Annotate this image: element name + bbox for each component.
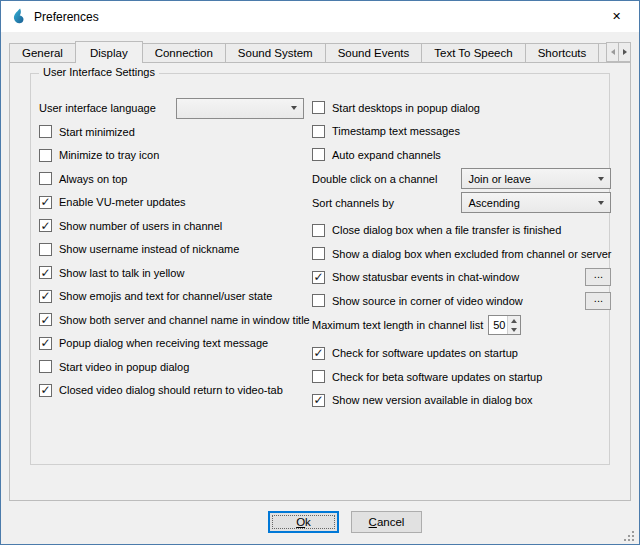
scroll-right-icon [623, 49, 627, 55]
checkbox-row[interactable]: ✓Show last to talk in yellow [39, 261, 304, 285]
statusbar-events-more-button[interactable]: ... [585, 268, 611, 286]
checkbox[interactable] [39, 360, 52, 373]
checkbox[interactable]: ✓ [39, 290, 52, 303]
sort-channels-dropdown[interactable]: Ascending [461, 192, 611, 213]
spinner-value: 50 [489, 316, 507, 334]
tab-shortcuts[interactable]: Shortcuts [525, 43, 600, 63]
max-text-length-label: Maximum text length in channel list [312, 319, 483, 331]
checkbox-row[interactable]: Check for beta software updates on start… [312, 365, 611, 389]
language-dropdown[interactable] [176, 98, 304, 119]
language-label: User interface language [39, 102, 156, 114]
checkbox[interactable]: ✓ [39, 196, 52, 209]
checkbox[interactable] [312, 370, 325, 383]
preferences-dialog: Preferences ✕ GeneralDisplayConnectionSo… [0, 0, 640, 545]
tab-general[interactable]: General [9, 43, 76, 63]
checkbox[interactable] [39, 172, 52, 185]
checkbox[interactable]: ✓ [312, 394, 325, 407]
ok-button[interactable]: Ok [268, 511, 339, 533]
checkbox-row[interactable]: ✓Show emojis and text for channel/user s… [39, 285, 304, 309]
checkbox[interactable] [39, 243, 52, 256]
checkbox-row[interactable]: ✓Show both server and channel name in wi… [39, 308, 304, 332]
checkbox[interactable]: ✓ [39, 219, 52, 232]
checkbox-label: Show number of users in channel [59, 220, 222, 232]
scroll-left-icon [611, 49, 615, 55]
checkbox-row[interactable]: ✓Enable VU-meter updates [39, 191, 304, 215]
close-button[interactable]: ✕ [594, 1, 639, 32]
checkbox-label: Show statusbar events in chat-window [332, 271, 519, 283]
checkbox[interactable]: ✓ [312, 271, 325, 284]
checkbox-row[interactable]: Show username instead of nickname [39, 238, 304, 262]
checkbox[interactable]: ✓ [39, 384, 52, 397]
checkbox-row[interactable]: ✓Closed video dialog should return to vi… [39, 379, 304, 403]
checkbox-label: Start minimized [59, 126, 135, 138]
spinner-down-button[interactable] [508, 325, 520, 334]
checkbox-row[interactable]: Timestamp text messages [312, 120, 611, 144]
checkbox[interactable] [312, 148, 325, 161]
right-bottom-checkbox-list: ✓Check for software updates on startupCh… [312, 342, 611, 413]
checkbox-row[interactable]: Minimize to tray icon [39, 144, 304, 168]
checkbox[interactable]: ✓ [39, 337, 52, 350]
checkbox-row[interactable]: Show a dialog box when excluded from cha… [312, 242, 611, 266]
double-click-dropdown[interactable]: Join or leave [461, 168, 611, 189]
left-settings-column: User interface language Start minimizedM… [39, 96, 304, 412]
group-title: User Interface Settings [39, 66, 159, 78]
checkbox-label: Start video in popup dialog [59, 361, 189, 373]
tab-scroll-right-button[interactable] [618, 42, 631, 62]
max-text-length-row: Maximum text length in channel list 50 [312, 313, 611, 338]
arrow-up-icon [511, 319, 517, 323]
checkbox-row[interactable]: Start minimized [39, 120, 304, 144]
checkbox-label: Show new version available in dialog box [332, 394, 533, 406]
checkbox[interactable]: ✓ [39, 313, 52, 326]
tab-connection[interactable]: Connection [142, 43, 226, 63]
titlebar[interactable]: Preferences ✕ [1, 1, 639, 32]
checkbox-label: Close dialog box when a file transfer is… [332, 224, 561, 236]
checkbox-row[interactable]: ✓Check for software updates on startup [312, 342, 611, 366]
cancel-button-label: Cancel [352, 516, 421, 528]
checkbox-label: Show both server and channel name in win… [59, 314, 310, 326]
cancel-button[interactable]: Cancel [351, 511, 422, 533]
dialog-buttons: Ok Cancel [26, 511, 640, 533]
video-source-row[interactable]: Show source in corner of video window ..… [312, 289, 611, 313]
checkbox[interactable] [312, 247, 325, 260]
checkbox-row[interactable]: Start desktops in popup dialog [312, 96, 611, 120]
checkbox-label: Start desktops in popup dialog [332, 102, 480, 114]
checkbox-row[interactable]: Close dialog box when a file transfer is… [312, 219, 611, 243]
checkbox[interactable]: ✓ [39, 266, 52, 279]
tab-strip: GeneralDisplayConnectionSound SystemSoun… [9, 40, 631, 63]
checkbox[interactable] [39, 149, 52, 162]
sort-channels-row: Sort channels by Ascending [312, 191, 611, 215]
checkbox[interactable] [312, 294, 325, 307]
checkbox-row[interactable]: Auto expand channels [312, 143, 611, 167]
max-text-length-spinner[interactable]: 50 [488, 315, 521, 335]
checkbox-row[interactable]: ✓Show new version available in dialog bo… [312, 389, 611, 413]
checkbox-label: Show emojis and text for channel/user st… [59, 290, 272, 302]
checkbox[interactable]: ✓ [312, 347, 325, 360]
spinner-up-button[interactable] [508, 316, 520, 325]
resize-grip[interactable] [624, 529, 636, 541]
double-click-label: Double click on a channel [312, 173, 437, 185]
tab-sound-system[interactable]: Sound System [225, 43, 326, 63]
double-click-dropdown-value: Join or leave [468, 173, 592, 185]
checkbox-label: Minimize to tray icon [59, 149, 159, 161]
video-source-more-button[interactable]: ... [585, 292, 611, 310]
checkbox-row[interactable]: Start video in popup dialog [39, 355, 304, 379]
tab-display[interactable]: Display [75, 41, 143, 63]
ok-button-label: Ok [269, 516, 338, 528]
checkbox[interactable] [312, 125, 325, 138]
right-mid-checkbox-list: Close dialog box when a file transfer is… [312, 219, 611, 266]
display-tab-page: User Interface Settings User interface l… [9, 62, 631, 501]
checkbox-label: Check for beta software updates on start… [332, 371, 542, 383]
arrow-down-icon [511, 328, 517, 332]
checkbox-label: Check for software updates on startup [332, 347, 518, 359]
checkbox[interactable] [312, 101, 325, 114]
checkbox[interactable] [39, 125, 52, 138]
left-checkbox-list: Start minimizedMinimize to tray iconAlwa… [39, 120, 304, 402]
statusbar-events-row[interactable]: ✓ Show statusbar events in chat-window .… [312, 266, 611, 290]
tab-sound-events[interactable]: Sound Events [325, 43, 423, 63]
tab-text-to-speech[interactable]: Text To Speech [421, 43, 525, 63]
checkbox-row[interactable]: Always on top [39, 167, 304, 191]
checkbox-row[interactable]: ✓Show number of users in channel [39, 214, 304, 238]
checkbox[interactable] [312, 224, 325, 237]
checkbox-row[interactable]: ✓Popup dialog when receiving text messag… [39, 332, 304, 356]
checkbox-label: Enable VU-meter updates [59, 196, 186, 208]
